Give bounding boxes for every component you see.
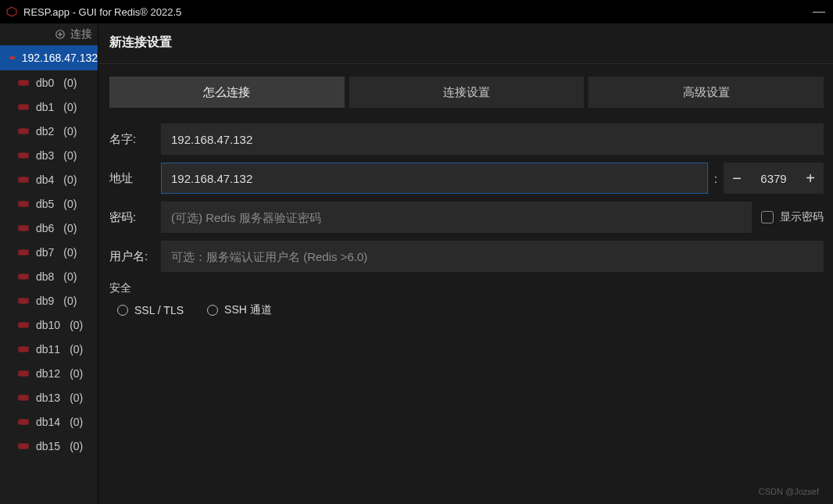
db-name: db5 [36,198,54,210]
db-name: db14 [36,416,60,428]
db-count: (0) [63,125,77,138]
plus-circle-icon [55,29,66,40]
user-row: 用户名: [109,241,824,272]
db-item[interactable]: db15(0) [0,434,98,458]
db-name: db2 [36,125,54,138]
db-item[interactable]: db1(0) [0,95,98,119]
checkbox-icon [761,211,774,223]
db-count: (0) [63,77,77,89]
ssh-radio[interactable]: SSH 通道 [207,303,272,317]
pwd-input[interactable] [161,202,752,233]
db-name: db4 [36,173,54,186]
pwd-label: 密码: [109,210,161,225]
db-icon [17,248,30,257]
user-input[interactable] [161,241,824,272]
db-count: (0) [63,295,77,307]
db-icon [17,296,30,306]
tab-connection-settings[interactable]: 连接设置 [349,77,585,108]
add-connection-label: 连接 [70,27,92,41]
db-icon [17,102,30,112]
db-count: (0) [70,440,83,452]
addr-input[interactable] [161,163,708,194]
db-name: db10 [36,319,60,331]
db-count: (0) [70,319,83,331]
db-count: (0) [70,367,83,380]
connection-dialog: 新连接设置 怎么连接 连接设置 高级设置 名字: 地址 : − [98,23,833,504]
app-window: RESP.app - GUI for Redis® 2022.5 — 连接 19… [0,0,833,504]
addr-label: 地址 [109,171,161,186]
db-item[interactable]: db10(0) [0,313,98,337]
connection-item-label: 192.168.47.132 [22,52,98,64]
db-item[interactable]: db4(0) [0,167,98,191]
db-count: (0) [63,270,77,283]
db-icon [17,345,30,354]
db-item[interactable]: db7(0) [0,240,98,264]
db-name: db11 [36,343,60,356]
db-icon [17,441,30,451]
db-name: db3 [36,149,54,162]
db-name: db0 [36,77,54,89]
svg-marker-0 [7,7,16,16]
watermark: CSDN @Jozsef [759,487,819,496]
security-options: SSL / TLS SSH 通道 [109,303,824,317]
db-item[interactable]: db3(0) [0,143,98,167]
show-password-toggle[interactable]: 显示密码 [761,210,824,224]
name-label: 名字: [109,132,161,147]
window-title: RESP.app - GUI for Redis® 2022.5 [23,6,181,18]
db-name: db1 [36,101,54,113]
ssh-label: SSH 通道 [224,303,272,317]
db-item[interactable]: db2(0) [0,119,98,143]
name-row: 名字: [109,123,824,155]
db-item[interactable]: db6(0) [0,216,98,240]
addr-row: 地址 : − 6379 + [109,163,824,194]
db-item[interactable]: db8(0) [0,264,98,288]
db-icon [17,417,30,427]
port-increment[interactable]: + [797,163,824,194]
show-password-label: 显示密码 [780,210,824,224]
radio-icon [117,305,128,316]
ssl-radio[interactable]: SSL / TLS [117,303,184,317]
db-icon [17,393,30,402]
db-icon [17,369,30,378]
db-item[interactable]: db12(0) [0,361,98,385]
db-count: (0) [63,222,77,234]
sidebar: 连接 192.168.47.132 db0(0)db1(0)db2(0)db3(… [0,23,98,504]
db-icon [17,151,30,160]
db-count: (0) [63,198,77,210]
db-name: db15 [36,440,60,452]
db-icon [17,199,30,209]
db-icon [17,78,30,88]
db-item[interactable]: db5(0) [0,191,98,216]
db-icon [17,272,30,281]
db-name: db13 [36,391,60,404]
db-icon [17,127,30,136]
port-value[interactable]: 6379 [750,163,797,194]
port-stepper: − 6379 + [724,163,824,194]
tab-how-to-connect[interactable]: 怎么连接 [109,77,345,108]
db-item[interactable]: db13(0) [0,385,98,409]
db-item[interactable]: db11(0) [0,337,98,361]
radio-icon [207,305,218,316]
db-count: (0) [70,416,83,428]
name-input[interactable] [161,123,824,155]
app-logo-icon [6,6,17,17]
db-count: (0) [63,246,77,259]
db-name: db7 [36,246,54,259]
db-item[interactable]: db14(0) [0,409,98,434]
redis-icon [9,53,16,63]
db-icon [17,175,30,184]
db-count: (0) [70,391,83,404]
minimize-button[interactable]: — [813,5,825,19]
add-connection-button[interactable]: 连接 [0,23,98,45]
security-title: 安全 [109,281,824,295]
db-item[interactable]: db9(0) [0,288,98,313]
db-icon [17,223,30,233]
db-item[interactable]: db0(0) [0,70,98,95]
titlebar[interactable]: RESP.app - GUI for Redis® 2022.5 — [0,0,833,23]
dialog-title: 新连接设置 [98,23,833,64]
tab-advanced-settings[interactable]: 高级设置 [588,77,824,108]
db-name: db9 [36,295,54,307]
connection-item[interactable]: 192.168.47.132 [0,45,98,70]
port-decrement[interactable]: − [724,163,750,194]
pwd-row: 密码: 显示密码 [109,202,824,233]
